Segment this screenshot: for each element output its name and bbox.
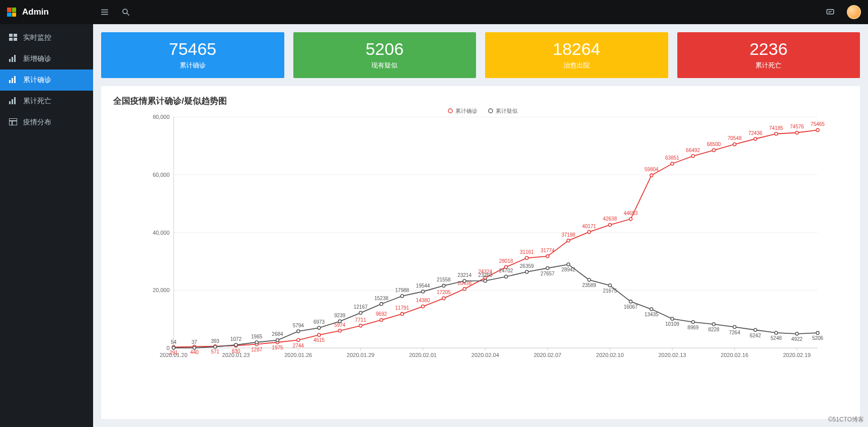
svg-line-17 xyxy=(127,13,129,16)
svg-point-73 xyxy=(338,329,341,332)
svg-text:6973: 6973 xyxy=(313,319,325,325)
brand-label: Admin xyxy=(22,7,49,17)
svg-text:1965: 1965 xyxy=(251,334,263,339)
svg-text:10109: 10109 xyxy=(665,321,679,327)
sidebar-item-2[interactable]: 累计确诊 xyxy=(0,69,93,91)
sidebar-item-label: 疫情分布 xyxy=(23,118,51,127)
svg-point-169 xyxy=(671,317,674,320)
svg-text:75465: 75465 xyxy=(811,121,825,127)
svg-point-117 xyxy=(796,131,799,134)
svg-text:12167: 12167 xyxy=(354,304,368,310)
svg-text:2744: 2744 xyxy=(293,342,304,348)
svg-point-55 xyxy=(489,109,493,113)
svg-point-173 xyxy=(713,323,716,326)
svg-rect-2 xyxy=(9,38,13,41)
sidebar-item-3[interactable]: 累计死亡 xyxy=(0,91,93,112)
watermark: ©51CTO博客 xyxy=(828,415,864,424)
svg-text:291: 291 xyxy=(170,350,178,355)
svg-text:21558: 21558 xyxy=(437,277,451,282)
sidebar-item-label: 实时监控 xyxy=(23,33,51,42)
svg-point-127 xyxy=(234,343,238,346)
svg-point-105 xyxy=(671,162,674,165)
svg-rect-1 xyxy=(14,34,17,37)
svg-text:23589: 23589 xyxy=(582,282,596,288)
bar-chart-icon xyxy=(9,76,17,85)
svg-point-145 xyxy=(421,290,424,293)
stat-label: 累计确诊 xyxy=(106,61,279,70)
svg-text:1072: 1072 xyxy=(230,336,242,342)
sidebar-item-1[interactable]: 新增确诊 xyxy=(0,48,93,69)
svg-text:2020.02.19: 2020.02.19 xyxy=(783,352,811,358)
svg-point-171 xyxy=(691,321,694,324)
sidebar-item-4[interactable]: 疫情分布 xyxy=(0,112,93,133)
svg-text:37198: 37198 xyxy=(562,232,576,238)
svg-text:2020.02.04: 2020.02.04 xyxy=(471,352,499,358)
stat-cards: 75465累计确诊5206现有疑似18264治愈出院2236累计死亡 xyxy=(101,32,860,78)
svg-text:27657: 27657 xyxy=(540,271,555,276)
svg-text:44653: 44653 xyxy=(624,210,638,216)
svg-point-69 xyxy=(297,338,300,341)
sidebar-item-0[interactable]: 实时监控 xyxy=(0,27,93,48)
svg-point-181 xyxy=(796,332,799,335)
svg-text:累计疑似: 累计疑似 xyxy=(496,108,518,114)
svg-rect-4 xyxy=(9,59,11,62)
svg-text:8228: 8228 xyxy=(708,327,720,332)
svg-point-75 xyxy=(359,324,362,327)
svg-text:72436: 72436 xyxy=(748,130,762,136)
svg-text:17205: 17205 xyxy=(437,290,451,295)
svg-text:8969: 8969 xyxy=(687,325,699,330)
svg-point-77 xyxy=(380,318,383,321)
svg-text:15238: 15238 xyxy=(374,295,388,301)
svg-rect-11 xyxy=(12,99,13,104)
svg-text:19544: 19544 xyxy=(416,283,430,289)
stat-value: 18264 xyxy=(490,39,663,59)
svg-point-115 xyxy=(774,132,777,135)
svg-point-99 xyxy=(608,224,611,227)
sidebar-item-label: 新增确诊 xyxy=(23,54,51,63)
brand: Admin xyxy=(0,0,93,24)
svg-point-175 xyxy=(733,325,736,328)
svg-text:40,000: 40,000 xyxy=(152,230,170,236)
svg-rect-3 xyxy=(14,38,17,41)
svg-text:7711: 7711 xyxy=(355,317,367,323)
svg-text:42638: 42638 xyxy=(603,216,617,222)
sidebar-nav: 实时监控新增确诊累计确诊累计死亡疫情分布 xyxy=(0,24,93,133)
svg-text:830: 830 xyxy=(232,348,241,353)
svg-point-161 xyxy=(588,278,591,281)
svg-text:11791: 11791 xyxy=(395,305,409,311)
svg-point-159 xyxy=(567,263,570,266)
svg-text:2020.02.13: 2020.02.13 xyxy=(658,352,686,358)
svg-text:9239: 9239 xyxy=(334,313,346,318)
svg-rect-8 xyxy=(12,78,13,83)
svg-text:571: 571 xyxy=(211,349,219,354)
svg-text:37: 37 xyxy=(192,339,197,345)
svg-text:2020.01.26: 2020.01.26 xyxy=(284,352,312,358)
svg-point-155 xyxy=(525,270,528,273)
message-icon[interactable] xyxy=(826,8,835,17)
stat-value: 75465 xyxy=(106,39,279,59)
svg-point-119 xyxy=(816,128,819,131)
svg-rect-0 xyxy=(9,34,13,37)
svg-point-93 xyxy=(546,255,549,258)
stat-label: 治愈出院 xyxy=(490,61,663,70)
svg-point-125 xyxy=(214,345,217,348)
stat-value: 5206 xyxy=(298,39,471,59)
topbar xyxy=(93,0,868,24)
svg-rect-12 xyxy=(14,97,16,104)
svg-text:14380: 14380 xyxy=(416,298,430,303)
svg-rect-7 xyxy=(9,80,11,83)
svg-text:68500: 68500 xyxy=(707,141,721,147)
menu-icon[interactable] xyxy=(100,8,109,17)
svg-text:74576: 74576 xyxy=(790,124,804,129)
sidebar-item-label: 累计死亡 xyxy=(23,97,51,106)
svg-text:60,000: 60,000 xyxy=(152,172,170,178)
svg-point-101 xyxy=(629,218,632,221)
svg-text:54: 54 xyxy=(171,339,176,344)
bar-chart-icon xyxy=(9,97,17,106)
svg-text:2020.01.29: 2020.01.29 xyxy=(347,352,374,358)
svg-text:4515: 4515 xyxy=(313,337,325,343)
search-icon[interactable] xyxy=(121,8,130,17)
avatar[interactable] xyxy=(847,5,861,19)
svg-text:63851: 63851 xyxy=(665,155,679,161)
svg-text:59804: 59804 xyxy=(645,167,659,172)
